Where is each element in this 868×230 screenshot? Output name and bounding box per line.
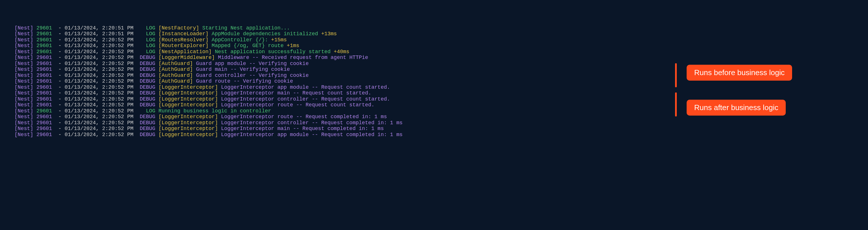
annotation-badge-after: Runs after business logic	[687, 100, 786, 116]
log-line: [Nest] 29601 - 01/13/2024, 2:20:52 PM LO…	[14, 43, 868, 49]
log-timestamp: 01/13/2024, 2:20:52 PM	[65, 67, 133, 72]
log-timestamp: 01/13/2024, 2:20:51 PM	[65, 31, 133, 37]
log-level: LOG	[146, 37, 155, 43]
annotation-bar-after	[675, 92, 677, 116]
log-dash: -	[58, 43, 61, 48]
log-dash: -	[58, 54, 61, 61]
log-level: DEBUG	[140, 84, 155, 90]
log-dash: -	[58, 37, 61, 43]
log-dash: -	[58, 108, 61, 114]
log-tag: [Nest]	[14, 31, 33, 37]
log-pid: 29601	[36, 126, 52, 131]
log-message: LoggerInterceptor controller -- Request …	[221, 120, 403, 126]
log-level: DEBUG	[140, 73, 155, 78]
log-dash: -	[58, 96, 61, 102]
log-dash: -	[58, 102, 61, 108]
log-pid: 29601	[36, 108, 52, 114]
log-level: DEBUG	[140, 102, 155, 108]
terminal-log-output: [Nest] 29601 - 01/13/2024, 2:20:51 PM LO…	[14, 26, 868, 138]
log-level: DEBUG	[140, 78, 155, 84]
log-pid: 29601	[36, 73, 52, 78]
log-message: Guard controller -- Verifying cookie	[196, 73, 309, 78]
log-context: [LoggerInterceptor]	[158, 114, 218, 120]
log-level: LOG	[146, 31, 155, 37]
log-pid: 29601	[36, 84, 52, 90]
log-level: LOG	[146, 43, 155, 48]
log-context: [LoggerInterceptor]	[158, 126, 218, 131]
log-dash: -	[58, 61, 61, 67]
log-level: DEBUG	[140, 120, 155, 126]
log-message: Starting Nest application...	[202, 25, 290, 31]
log-level: DEBUG	[140, 67, 155, 72]
log-level: DEBUG	[140, 132, 155, 138]
log-tag: [Nest]	[14, 108, 33, 114]
log-dash: -	[58, 49, 61, 54]
log-context: [LoggerInterceptor]	[158, 90, 218, 96]
log-timestamp: 01/13/2024, 2:20:52 PM	[65, 114, 133, 120]
log-dash: -	[58, 114, 61, 120]
log-message: LoggerInterceptor route -- Request compl…	[221, 114, 387, 120]
log-tag: [Nest]	[14, 132, 33, 138]
log-context: [AuthGuard]	[158, 73, 193, 78]
log-timestamp: 01/13/2024, 2:20:52 PM	[65, 61, 133, 67]
log-level: LOG	[146, 108, 155, 114]
log-tag: [Nest]	[14, 96, 33, 102]
log-message: Guard app module -- Verifying cookie	[196, 61, 309, 67]
log-timestamp: 01/13/2024, 2:20:52 PM	[65, 84, 133, 90]
log-tag: [Nest]	[14, 126, 33, 131]
log-pid: 29601	[36, 132, 52, 138]
log-timestamp: 01/13/2024, 2:20:52 PM	[65, 78, 133, 84]
log-dash: -	[58, 31, 61, 37]
log-timestamp: 01/13/2024, 2:20:52 PM	[65, 120, 133, 126]
log-context: [AuthGuard]	[158, 78, 193, 84]
log-dash: -	[58, 84, 61, 90]
log-tag: [Nest]	[14, 102, 33, 108]
log-pid: 29601	[36, 96, 52, 102]
log-level: DEBUG	[140, 96, 155, 102]
log-message: LoggerInterceptor route -- Request count…	[221, 102, 374, 108]
log-tag: [Nest]	[14, 73, 33, 78]
log-tag: [Nest]	[14, 61, 33, 67]
log-pid: 29601	[36, 25, 52, 31]
log-pid: 29601	[36, 67, 52, 72]
log-line: [Nest] 29601 - 01/13/2024, 2:20:52 PM DE…	[14, 90, 868, 97]
log-tag: [Nest]	[14, 90, 33, 96]
log-pid: 29601	[36, 90, 52, 96]
log-tag: [Nest]	[14, 37, 33, 43]
log-pid: 29601	[36, 54, 52, 61]
log-context: [LoggerInterceptor]	[158, 84, 218, 90]
log-line: [Nest] 29601 - 01/13/2024, 2:20:52 PM DE…	[14, 55, 868, 61]
log-tag: [Nest]	[14, 114, 33, 120]
log-tag: [Nest]	[14, 25, 33, 31]
log-pid: 29601	[36, 78, 52, 84]
log-timestamp: 01/13/2024, 2:20:52 PM	[65, 96, 133, 102]
log-tag: [Nest]	[14, 120, 33, 126]
log-timing: +15ms	[271, 37, 287, 43]
log-pid: 29601	[36, 49, 52, 54]
log-level: DEBUG	[140, 90, 155, 96]
log-context: [RouterExplorer]	[158, 43, 209, 48]
log-context: [LoggerMiddleware]	[158, 54, 215, 61]
log-timestamp: 01/13/2024, 2:20:52 PM	[65, 126, 133, 131]
log-context: [InstanceLoader]	[158, 31, 209, 37]
log-timestamp: 01/13/2024, 2:20:52 PM	[65, 102, 133, 108]
log-level: DEBUG	[140, 61, 155, 67]
log-level: LOG	[146, 49, 155, 54]
log-dash: -	[58, 73, 61, 78]
log-timestamp: 01/13/2024, 2:20:52 PM	[65, 54, 133, 61]
log-pid: 29601	[36, 114, 52, 120]
log-dash: -	[58, 90, 61, 96]
log-line: [Nest] 29601 - 01/13/2024, 2:20:51 PM LO…	[14, 31, 868, 37]
log-timing: +1ms	[287, 43, 299, 48]
log-timestamp: 01/13/2024, 2:20:52 PM	[65, 90, 133, 96]
log-message: LoggerInterceptor controller -- Request …	[221, 96, 390, 102]
log-pid: 29601	[36, 120, 52, 126]
log-message: Guard route -- Verifying cookie	[196, 78, 293, 84]
log-level: DEBUG	[140, 54, 155, 61]
log-dash: -	[58, 120, 61, 126]
log-tag: [Nest]	[14, 54, 33, 61]
log-context: [AuthGuard]	[158, 61, 193, 67]
log-line: [Nest] 29601 - 01/13/2024, 2:20:52 PM DE…	[14, 126, 868, 132]
annotation-bar-before	[675, 63, 677, 87]
log-tag: [Nest]	[14, 43, 33, 48]
